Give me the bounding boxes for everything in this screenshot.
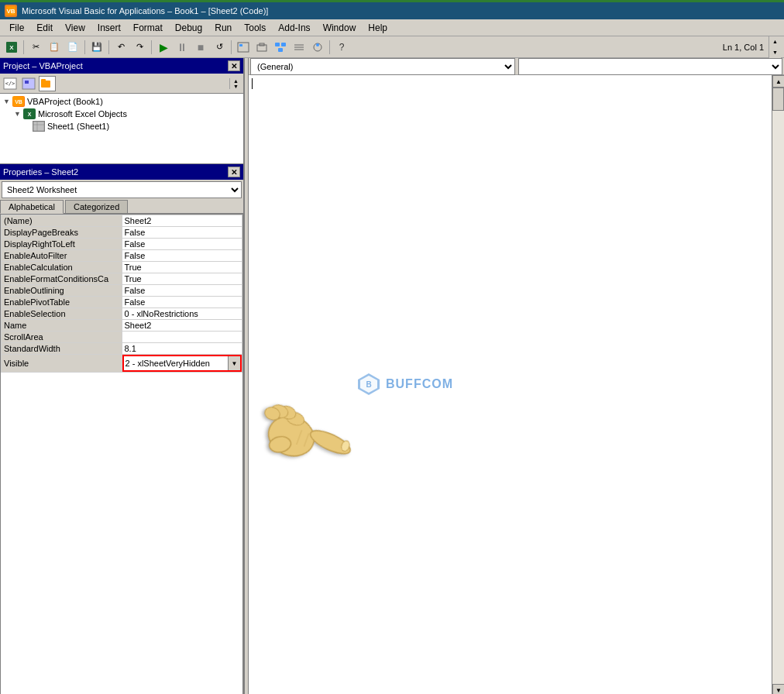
visible-dropdown[interactable]: 2 - xlSheetVeryHidden ▼ <box>122 355 242 372</box>
props-btn[interactable] <box>291 39 308 56</box>
menu-file[interactable]: File <box>3 21 30 35</box>
tree-sheet1[interactable]: Sheet1 (Sheet1) <box>2 120 242 132</box>
properties-panel-title: Properties – Sheet2 <box>3 167 78 177</box>
scroll-thumb[interactable] <box>772 88 784 111</box>
prop-row-scrollarea[interactable]: ScrollArea <box>2 332 242 343</box>
prop-row-displayrighttoleft[interactable]: DisplayRightToLeft False <box>2 239 242 250</box>
project-btn[interactable] <box>272 39 289 56</box>
prop-value-enablecalculation[interactable]: True <box>122 262 242 273</box>
scroll-down-btn[interactable]: ▼ <box>769 47 781 58</box>
prop-row-enablepivottable[interactable]: EnablePivotTable False <box>2 297 242 308</box>
watermark-icon: B <box>356 372 381 397</box>
stop-btn[interactable]: ■ <box>192 39 209 56</box>
undo-btn[interactable]: ↶ <box>112 39 129 56</box>
prop-value-enablepivottable[interactable]: False <box>122 297 242 308</box>
menu-insert[interactable]: Insert <box>91 21 127 35</box>
vbaproject-label: VBAProject (Book1) <box>27 97 103 106</box>
excel-icon-btn[interactable]: X <box>3 39 20 56</box>
prop-row-enableoutlining[interactable]: EnableOutlining False <box>2 285 242 297</box>
prop-value-scrollarea[interactable] <box>122 332 242 343</box>
prop-name-enableselection: EnableSelection <box>2 308 122 320</box>
prop-row-enableautofilter[interactable]: EnableAutoFilter False <box>2 250 242 262</box>
prop-value-enableformatconditions[interactable]: True <box>122 273 242 285</box>
copy-btn[interactable]: 📋 <box>46 39 63 56</box>
prop-value-enableoutlining[interactable]: False <box>122 285 242 297</box>
prop-row-enableformatconditions[interactable]: EnableFormatConditionsCa True <box>2 273 242 285</box>
project-scroll-up[interactable]: ▲ <box>230 78 242 84</box>
userform-btn[interactable] <box>235 39 252 56</box>
save-btn[interactable]: 💾 <box>88 39 105 56</box>
tree-excel-objects[interactable]: ▼ X Microsoft Excel Objects <box>2 108 242 120</box>
prop-row-name[interactable]: (Name) Sheet2 <box>2 215 242 227</box>
help-btn[interactable]: ? <box>333 39 350 56</box>
project-panel-header: Project – VBAProject ✕ <box>0 58 243 74</box>
redo-btn[interactable]: ↷ <box>131 39 148 56</box>
code-proc-dropdown[interactable] <box>518 58 783 75</box>
svg-rect-26 <box>33 122 44 131</box>
code-object-dropdown[interactable]: (General) <box>250 58 515 75</box>
properties-panel-close[interactable]: ✕ <box>228 167 240 177</box>
break-btn[interactable]: ⏸ <box>174 39 191 56</box>
menu-view[interactable]: View <box>59 21 91 35</box>
prop-value-name[interactable]: Sheet2 <box>122 215 242 227</box>
object-browser-btn[interactable] <box>309 39 326 56</box>
code-area[interactable] <box>249 75 772 694</box>
expand-icon-1: ▼ <box>3 98 12 105</box>
svg-rect-10 <box>278 48 283 52</box>
toolbar-status: Ln 1, Col 1 <box>723 43 767 52</box>
toolbar-scroll: ▲ ▼ <box>769 36 781 58</box>
paste-btn[interactable]: 📄 <box>64 39 81 56</box>
scroll-up-btn[interactable]: ▲ <box>772 75 784 88</box>
toggle-folders-btn[interactable] <box>39 76 56 91</box>
tree-vbaproject[interactable]: ▼ VB VBAProject (Book1) <box>2 95 242 108</box>
menu-addins[interactable]: Add-Ins <box>272 21 316 35</box>
view-object-btn[interactable] <box>20 76 37 91</box>
menu-run[interactable]: Run <box>208 21 238 35</box>
prop-row-visible[interactable]: Visible 2 - xlSheetVeryHidden ▼ <box>2 355 242 373</box>
prop-row-standardwidth[interactable]: StandardWidth 8.1 <box>2 343 242 355</box>
menu-debug[interactable]: Debug <box>169 21 208 35</box>
prop-name-displaypagebreaks: DisplayPageBreaks <box>2 227 122 239</box>
prop-row-sheetname[interactable]: Name Sheet2 <box>2 320 242 332</box>
prop-value-standardwidth[interactable]: 8.1 <box>122 343 242 355</box>
sheet1-label: Sheet1 (Sheet1) <box>47 122 109 131</box>
toolbar: X ✂ 📋 📄 💾 ↶ ↷ ▶ ⏸ ■ ↺ <box>0 36 784 58</box>
scroll-track[interactable] <box>772 88 784 684</box>
tab-categorized[interactable]: Categorized <box>65 200 128 213</box>
code-editor-area: ▲ ▼ <box>249 75 784 694</box>
run-btn[interactable]: ▶ <box>155 39 172 56</box>
menu-tools[interactable]: Tools <box>238 21 272 35</box>
cut-btn[interactable]: ✂ <box>27 39 44 56</box>
excel-folder-icon: X <box>23 108 36 119</box>
prop-value-displaypagebreaks[interactable]: False <box>122 227 242 239</box>
toolbox-btn[interactable] <box>253 39 270 56</box>
prop-value-sheetname[interactable]: Sheet2 <box>122 320 242 332</box>
prop-value-enableselection[interactable]: 0 - xlNoRestrictions <box>122 308 242 320</box>
prop-value-visible-cell[interactable]: 2 - xlSheetVeryHidden ▼ <box>122 355 242 373</box>
toolbar-sep-5 <box>231 40 232 54</box>
props-object-select[interactable]: Sheet2 Worksheet <box>2 181 242 198</box>
project-panel-close[interactable]: ✕ <box>228 60 240 71</box>
prop-name-sheetname: Name <box>2 320 122 332</box>
scroll-up-btn[interactable]: ▲ <box>769 36 781 47</box>
menu-window[interactable]: Window <box>317 21 363 35</box>
menu-bar: File Edit View Insert Format Debug Run T… <box>0 19 784 36</box>
menu-format[interactable]: Format <box>127 21 169 35</box>
visible-dropdown-arrow[interactable]: ▼ <box>228 356 240 370</box>
prop-row-displaypagebreaks[interactable]: DisplayPageBreaks False <box>2 227 242 239</box>
project-scroll-down[interactable]: ▼ <box>230 84 242 89</box>
code-cursor <box>252 78 253 89</box>
vba-icon: VB <box>12 96 25 107</box>
view-code-btn[interactable]: </> <box>2 76 19 91</box>
menu-help[interactable]: Help <box>362 21 394 35</box>
prop-value-displayrighttoleft[interactable]: False <box>122 239 242 250</box>
menu-edit[interactable]: Edit <box>30 21 59 35</box>
properties-panel-header: Properties – Sheet2 ✕ <box>0 164 243 180</box>
prop-row-enablecalculation[interactable]: EnableCalculation True <box>2 262 242 273</box>
tab-alphabetical[interactable]: Alphabetical <box>0 200 64 214</box>
scroll-down-btn[interactable]: ▼ <box>772 684 784 694</box>
prop-value-enableautofilter[interactable]: False <box>122 250 242 262</box>
reset-btn[interactable]: ↺ <box>211 39 228 56</box>
prop-row-enableselection[interactable]: EnableSelection 0 - xlNoRestrictions <box>2 308 242 320</box>
excel-objects-label: Microsoft Excel Objects <box>38 109 127 119</box>
